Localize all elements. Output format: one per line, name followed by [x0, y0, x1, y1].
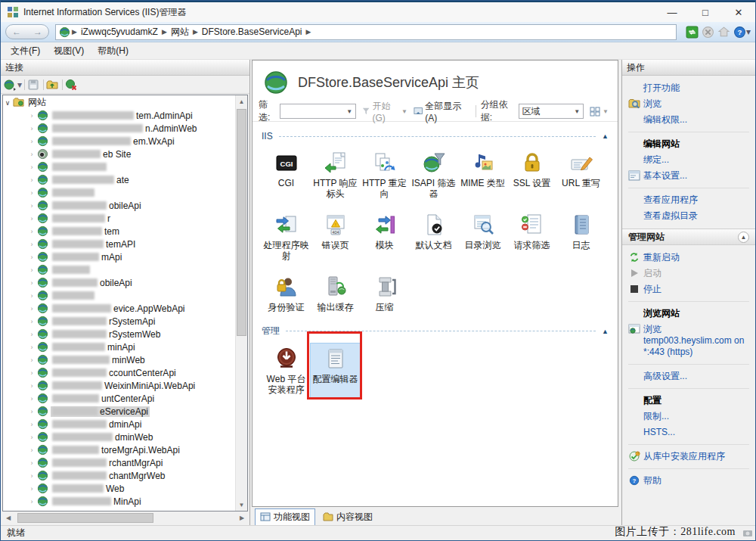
feature-directory-browsing[interactable]: 目录浏览 [458, 210, 507, 264]
feature-modules[interactable]: 模块 [360, 210, 409, 264]
action-link[interactable]: HSTS... [628, 424, 749, 440]
scroll-down-icon[interactable]: ▼ [236, 499, 247, 511]
section-header-iis[interactable]: IIS▲ [262, 131, 609, 141]
expand-icon[interactable]: › [27, 292, 36, 300]
tree-root-sites[interactable]: ∨网站 [3, 96, 235, 109]
expand-icon[interactable]: › [27, 408, 36, 415]
tree-vertical-scrollbar[interactable]: ▲ ▼ [235, 95, 247, 511]
action-link[interactable]: ?帮助 [628, 473, 749, 489]
home-icon[interactable] [717, 26, 730, 39]
expand-icon[interactable]: › [27, 163, 36, 171]
expand-icon[interactable]: › [27, 279, 36, 287]
expand-icon[interactable]: › [27, 446, 36, 454]
expand-icon[interactable]: › [27, 395, 36, 403]
action-link[interactable]: 停止 [628, 281, 749, 297]
stop-icon[interactable] [702, 26, 714, 39]
action-link[interactable]: 查看应用程序 [628, 192, 749, 208]
expand-icon[interactable]: › [27, 344, 36, 351]
action-link[interactable]: 绑定... [628, 152, 749, 168]
feature-url-rewrite[interactable]: URL 重写 [556, 148, 606, 202]
tree-site-row[interactable]: ›tem.AdminApi [3, 109, 235, 122]
tree-site-row[interactable]: ›rSystemWeb [3, 328, 235, 340]
section-header-management[interactable]: 管理▲ [262, 325, 609, 337]
feature-ssl-settings[interactable]: SSL 设置 [507, 148, 556, 202]
expand-icon[interactable]: › [27, 318, 36, 325]
feature-handler-mappings[interactable]: 处理程序映射 [262, 210, 311, 264]
connect-server-icon[interactable] [4, 79, 16, 91]
feature-logging[interactable]: 日志 [556, 210, 606, 264]
feature-http-response[interactable]: HTTP 响应标头 [311, 148, 360, 202]
tree-site-row[interactable]: ›eServiceApi [3, 405, 235, 418]
breadcrumb-segment-1[interactable]: 网站 [169, 26, 191, 39]
tree-site-row[interactable]: ›n.AdminWeb [3, 122, 235, 135]
action-link[interactable]: 启动 [628, 266, 749, 281]
view-mode-button[interactable]: ▼ [587, 104, 612, 119]
action-link[interactable]: 重新启动 [628, 250, 749, 266]
action-link[interactable]: 浏览 temp003.heyslim.com on *:443 (https) [628, 322, 749, 360]
scroll-left-icon[interactable]: ◀ [2, 512, 14, 524]
expand-icon[interactable]: › [27, 241, 36, 248]
feature-mime-types[interactable]: MIME 类型 [458, 148, 507, 202]
action-link[interactable]: 查看虚拟目录 [628, 208, 749, 224]
collapse-circle-icon[interactable]: ▲ [738, 232, 749, 243]
tree-site-row[interactable]: ›chantMgrWeb [3, 469, 235, 482]
expand-icon[interactable]: › [27, 485, 36, 493]
tree-site-row[interactable]: ›tem [3, 225, 235, 238]
tree-site-row[interactable]: ›minWeb [3, 353, 235, 366]
tree-site-row[interactable]: ›MinApi [3, 495, 235, 508]
feature-default-document[interactable]: 默认文档 [409, 210, 458, 264]
help-dropdown-icon[interactable]: ▾ [746, 26, 751, 37]
tree-site-row[interactable]: ›rSystemApi [3, 315, 235, 328]
expand-icon[interactable]: › [27, 202, 36, 210]
tree-site-row[interactable]: ›minApi [3, 340, 235, 353]
collapse-icon[interactable]: ∨ [3, 99, 12, 107]
action-link[interactable]: 编辑权限... [628, 112, 749, 128]
collapse-chevron-icon[interactable]: ▲ [602, 328, 609, 335]
expand-icon[interactable]: › [27, 125, 36, 132]
help-icon[interactable]: ? [733, 26, 746, 39]
feature-authentication[interactable]: 身份验证 [262, 272, 311, 316]
show-all-button[interactable]: 全部显示(A) [411, 104, 471, 119]
tree-site-row[interactable]: ›untCenterApi [3, 392, 235, 405]
expand-icon[interactable]: › [27, 472, 36, 480]
expand-icon[interactable]: › [27, 331, 36, 338]
action-link[interactable]: 基本设置... [628, 168, 749, 184]
feature-cgi[interactable]: CGICGI [262, 148, 311, 202]
action-link[interactable]: ?从库中安装应用程序 [628, 449, 749, 465]
feature-isapi-filter[interactable]: ISAPI 筛选器 [409, 148, 458, 202]
action-link[interactable]: 浏览 [628, 96, 749, 112]
expand-icon[interactable]: › [27, 382, 36, 390]
minimize-button[interactable]: — [655, 2, 689, 22]
expand-icon[interactable]: › [27, 112, 36, 120]
tree-site-row[interactable]: ›Web [3, 482, 235, 495]
expand-icon[interactable]: › [27, 305, 36, 312]
tree-site-row[interactable]: ›eb Site [3, 148, 235, 160]
tree-site-row[interactable]: ›obileApi [3, 276, 235, 289]
expand-icon[interactable]: › [27, 189, 36, 197]
tree-site-row[interactable]: › [3, 289, 235, 302]
tree-site-row[interactable]: ›ate [3, 173, 235, 186]
filter-input[interactable]: ▼ [280, 104, 356, 119]
menu-item-1[interactable]: 视图(V) [47, 42, 91, 60]
expand-icon[interactable]: › [27, 138, 36, 145]
action-link[interactable]: 打开功能 [628, 80, 749, 96]
feature-request-filtering[interactable]: 请求筛选 [507, 210, 556, 264]
expand-icon[interactable]: › [27, 356, 36, 364]
feature-web-platform-installer[interactable]: Web 平台安装程序 [262, 344, 311, 398]
dropdown-arrow-icon[interactable]: ▾ [17, 79, 22, 90]
expand-icon[interactable]: › [27, 369, 36, 377]
scrollbar-thumb[interactable] [17, 513, 153, 523]
tree-site-row[interactable]: ›toreMgrApi.WebApi [3, 443, 235, 456]
menu-item-0[interactable]: 文件(F) [4, 42, 47, 60]
feature-output-caching[interactable]: 输出缓存 [311, 272, 360, 316]
tree-site-row[interactable]: ›ccountCenterApi [3, 366, 235, 379]
tree-site-row[interactable]: ›rchantMgrApi [3, 456, 235, 469]
tree-site-row[interactable]: › [3, 186, 235, 199]
tree-site-row[interactable]: ›temAPI [3, 238, 235, 250]
expand-icon[interactable]: › [27, 498, 36, 505]
tree-horizontal-scrollbar[interactable]: ◀ ▶ [2, 512, 248, 524]
tree-site-row[interactable]: › [3, 263, 235, 276]
close-button[interactable]: ✕ [722, 2, 755, 22]
expand-icon[interactable]: › [27, 253, 36, 261]
sync-icon[interactable] [686, 26, 699, 39]
